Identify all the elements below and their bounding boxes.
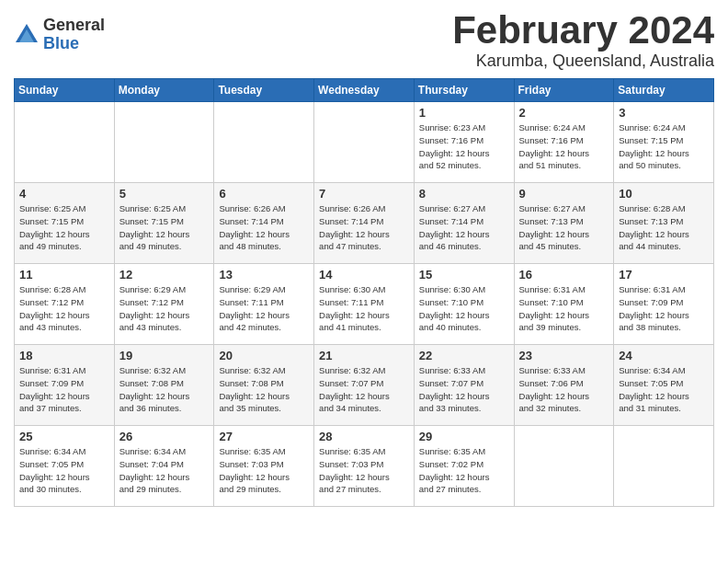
calendar-cell: 25Sunrise: 6:34 AMSunset: 7:05 PMDayligh… [15,426,115,507]
day-number: 12 [119,268,210,282]
calendar-cell: 17Sunrise: 6:31 AMSunset: 7:09 PMDayligh… [614,264,714,345]
day-number: 22 [419,349,509,362]
day-info: Sunrise: 6:34 AMSunset: 7:05 PMDaylight:… [619,364,709,415]
day-info: Sunrise: 6:33 AMSunset: 7:06 PMDaylight:… [519,364,609,415]
calendar-cell [214,102,314,183]
day-info: Sunrise: 6:27 AMSunset: 7:14 PMDaylight:… [419,202,509,253]
calendar-cell: 7Sunrise: 6:26 AMSunset: 7:14 PMDaylight… [314,183,415,264]
day-info: Sunrise: 6:30 AMSunset: 7:11 PMDaylight:… [319,283,409,334]
day-info: Sunrise: 6:31 AMSunset: 7:09 PMDaylight:… [619,283,709,334]
logo-general: General [43,17,105,35]
day-number: 25 [19,430,109,443]
day-info: Sunrise: 6:24 AMSunset: 7:15 PMDaylight:… [619,121,709,172]
day-info: Sunrise: 6:26 AMSunset: 7:14 PMDaylight:… [219,202,309,253]
week-row-4: 18Sunrise: 6:31 AMSunset: 7:09 PMDayligh… [15,345,714,426]
week-row-3: 11Sunrise: 6:28 AMSunset: 7:12 PMDayligh… [15,264,714,345]
day-info: Sunrise: 6:27 AMSunset: 7:13 PMDaylight:… [519,202,609,253]
day-info: Sunrise: 6:23 AMSunset: 7:16 PMDaylight:… [419,121,509,172]
calendar-cell: 27Sunrise: 6:35 AMSunset: 7:03 PMDayligh… [214,426,314,507]
header: General Blue February 2024 Karumba, Quee… [14,9,714,71]
day-number: 29 [419,430,509,443]
day-number: 6 [219,187,309,201]
day-number: 27 [219,430,309,443]
day-info: Sunrise: 6:25 AMSunset: 7:15 PMDaylight:… [119,202,210,253]
calendar-cell [514,426,614,507]
calendar-cell: 24Sunrise: 6:34 AMSunset: 7:05 PMDayligh… [614,345,714,426]
day-info: Sunrise: 6:34 AMSunset: 7:05 PMDaylight:… [19,445,109,496]
week-row-2: 4Sunrise: 6:25 AMSunset: 7:15 PMDaylight… [15,183,714,264]
calendar-cell: 13Sunrise: 6:29 AMSunset: 7:11 PMDayligh… [214,264,314,345]
day-number: 19 [119,349,210,362]
day-info: Sunrise: 6:28 AMSunset: 7:13 PMDaylight:… [619,202,709,253]
day-number: 26 [119,430,210,443]
day-info: Sunrise: 6:35 AMSunset: 7:02 PMDaylight:… [419,445,509,496]
title-area: February 2024 Karumba, Queensland, Austr… [452,9,714,71]
calendar-body: 1Sunrise: 6:23 AMSunset: 7:16 PMDaylight… [15,102,714,507]
calendar-cell [114,102,214,183]
day-info: Sunrise: 6:35 AMSunset: 7:03 PMDaylight:… [219,445,309,496]
calendar-cell: 21Sunrise: 6:32 AMSunset: 7:07 PMDayligh… [314,345,415,426]
calendar-cell: 4Sunrise: 6:25 AMSunset: 7:15 PMDaylight… [15,183,115,264]
day-info: Sunrise: 6:29 AMSunset: 7:11 PMDaylight:… [219,283,309,334]
day-number: 20 [219,349,309,362]
day-number: 1 [419,106,509,120]
week-row-1: 1Sunrise: 6:23 AMSunset: 7:16 PMDaylight… [15,102,714,183]
calendar-cell: 23Sunrise: 6:33 AMSunset: 7:06 PMDayligh… [514,345,614,426]
calendar-cell: 22Sunrise: 6:33 AMSunset: 7:07 PMDayligh… [414,345,514,426]
day-number: 10 [619,187,709,201]
calendar-cell: 6Sunrise: 6:26 AMSunset: 7:14 PMDaylight… [214,183,314,264]
day-number: 18 [19,349,109,362]
location-title: Karumba, Queensland, Australia [452,52,714,71]
header-cell-saturday: Saturday [614,79,714,102]
day-info: Sunrise: 6:31 AMSunset: 7:10 PMDaylight:… [519,283,609,334]
month-title: February 2024 [452,9,714,52]
day-info: Sunrise: 6:28 AMSunset: 7:12 PMDaylight:… [19,283,109,334]
calendar-cell: 10Sunrise: 6:28 AMSunset: 7:13 PMDayligh… [614,183,714,264]
day-number: 8 [419,187,509,201]
calendar-cell: 26Sunrise: 6:34 AMSunset: 7:04 PMDayligh… [114,426,214,507]
header-row: SundayMondayTuesdayWednesdayThursdayFrid… [15,79,714,102]
day-info: Sunrise: 6:25 AMSunset: 7:15 PMDaylight:… [19,202,109,253]
day-number: 4 [19,187,109,201]
week-row-5: 25Sunrise: 6:34 AMSunset: 7:05 PMDayligh… [15,426,714,507]
header-cell-tuesday: Tuesday [214,79,314,102]
calendar-cell: 8Sunrise: 6:27 AMSunset: 7:14 PMDaylight… [414,183,514,264]
day-info: Sunrise: 6:32 AMSunset: 7:07 PMDaylight:… [319,364,409,415]
day-number: 3 [619,106,709,120]
day-number: 5 [119,187,210,201]
calendar-cell [614,426,714,507]
calendar-cell: 12Sunrise: 6:29 AMSunset: 7:12 PMDayligh… [114,264,214,345]
calendar-cell: 14Sunrise: 6:30 AMSunset: 7:11 PMDayligh… [314,264,415,345]
calendar-cell: 19Sunrise: 6:32 AMSunset: 7:08 PMDayligh… [114,345,214,426]
day-info: Sunrise: 6:24 AMSunset: 7:16 PMDaylight:… [519,121,609,172]
header-cell-wednesday: Wednesday [314,79,415,102]
logo-icon [14,22,40,48]
day-number: 28 [319,430,409,443]
day-number: 13 [219,268,309,282]
calendar-cell: 16Sunrise: 6:31 AMSunset: 7:10 PMDayligh… [514,264,614,345]
calendar-cell: 15Sunrise: 6:30 AMSunset: 7:10 PMDayligh… [414,264,514,345]
day-number: 2 [519,106,609,120]
calendar-cell [15,102,115,183]
calendar-header: SundayMondayTuesdayWednesdayThursdayFrid… [15,79,714,102]
calendar-cell: 18Sunrise: 6:31 AMSunset: 7:09 PMDayligh… [15,345,115,426]
day-info: Sunrise: 6:29 AMSunset: 7:12 PMDaylight:… [119,283,210,334]
day-info: Sunrise: 6:32 AMSunset: 7:08 PMDaylight:… [119,364,210,415]
calendar-cell: 5Sunrise: 6:25 AMSunset: 7:15 PMDaylight… [114,183,214,264]
day-info: Sunrise: 6:34 AMSunset: 7:04 PMDaylight:… [119,445,210,496]
logo-text: General Blue [43,17,105,53]
calendar-cell: 9Sunrise: 6:27 AMSunset: 7:13 PMDaylight… [514,183,614,264]
day-number: 16 [519,268,609,282]
day-number: 17 [619,268,709,282]
calendar-cell: 1Sunrise: 6:23 AMSunset: 7:16 PMDaylight… [414,102,514,183]
calendar-table: SundayMondayTuesdayWednesdayThursdayFrid… [14,78,714,507]
logo: General Blue [14,17,105,53]
header-cell-sunday: Sunday [15,79,115,102]
calendar-cell: 29Sunrise: 6:35 AMSunset: 7:02 PMDayligh… [414,426,514,507]
day-info: Sunrise: 6:35 AMSunset: 7:03 PMDaylight:… [319,445,409,496]
day-number: 14 [319,268,409,282]
calendar-cell: 11Sunrise: 6:28 AMSunset: 7:12 PMDayligh… [15,264,115,345]
day-number: 9 [519,187,609,201]
day-info: Sunrise: 6:32 AMSunset: 7:08 PMDaylight:… [219,364,309,415]
header-cell-friday: Friday [514,79,614,102]
